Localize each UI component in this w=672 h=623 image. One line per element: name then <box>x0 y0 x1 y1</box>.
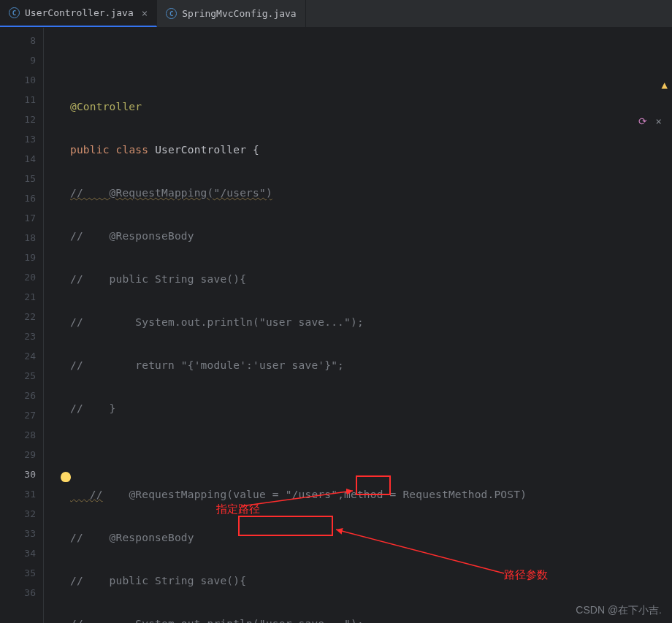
line-number[interactable]: 28 <box>0 425 36 445</box>
line-number[interactable]: 11 <box>0 90 36 110</box>
code-line: // System.out.println("user save..."); <box>70 313 672 332</box>
line-number[interactable]: 30 <box>0 465 36 484</box>
tab-label: UserController.java <box>25 7 134 18</box>
line-number[interactable]: 20 <box>0 267 36 287</box>
line-number[interactable]: 23 <box>0 326 36 346</box>
tab-label: SpringMvcConfig.java <box>182 8 297 19</box>
line-number[interactable]: 34 <box>0 543 36 563</box>
code-line: // public String save(){ <box>70 571 672 591</box>
reader-mode-icon[interactable]: ⟳ <box>638 115 647 127</box>
line-number[interactable]: 35 <box>0 563 36 583</box>
class-icon: C <box>166 8 177 19</box>
editor-actions: ⟳ × <box>638 115 662 127</box>
code-line: // } <box>70 399 672 418</box>
code-line: // @RequestMapping("/users") <box>70 183 672 203</box>
editor: 8910111213141516171819202122232425262728… <box>0 28 672 623</box>
line-number[interactable]: 14 <box>0 149 36 169</box>
line-number[interactable]: 19 <box>0 248 36 267</box>
code-line: @Controller <box>70 97 672 117</box>
line-number[interactable]: 10 <box>0 70 36 90</box>
close-icon[interactable]: × <box>142 7 148 19</box>
warning-icon[interactable]: ▲ <box>662 79 668 91</box>
code-line: // @ResponseBody <box>70 226 672 246</box>
close-icon[interactable]: × <box>656 115 662 127</box>
line-number[interactable]: 26 <box>0 386 36 405</box>
line-number[interactable]: 9 <box>0 50 36 70</box>
line-number[interactable]: 32 <box>0 504 36 524</box>
class-icon: C <box>9 7 20 18</box>
line-number[interactable]: 27 <box>0 405 36 425</box>
line-number[interactable]: 12 <box>0 110 36 129</box>
code-line: // return "{'module':'user save'}"; <box>70 356 672 375</box>
line-number[interactable]: 8 <box>0 31 36 50</box>
watermark: CSDN @在下小吉. <box>576 604 662 617</box>
line-number[interactable]: 13 <box>0 129 36 149</box>
code-line: // public String save(){ <box>70 270 672 289</box>
tab-usercontroller[interactable]: C UserController.java × <box>0 0 157 27</box>
line-number[interactable]: 25 <box>0 366 36 386</box>
code-line <box>70 54 672 74</box>
line-number[interactable]: 18 <box>0 228 36 248</box>
line-number[interactable]: 16 <box>0 188 36 208</box>
lightbulb-icon[interactable] <box>61 472 71 482</box>
tab-bar: C UserController.java × C SpringMvcConfi… <box>0 0 672 28</box>
code-line: // @RequestMapping(value = "/users",meth… <box>70 485 672 505</box>
code-line <box>70 442 672 462</box>
line-number[interactable]: 15 <box>0 169 36 188</box>
code-line: // @ResponseBody <box>70 528 672 548</box>
tab-springmvcconfig[interactable]: C SpringMvcConfig.java <box>157 0 306 27</box>
line-number[interactable]: 24 <box>0 346 36 366</box>
line-number[interactable]: 33 <box>0 524 36 543</box>
line-number[interactable]: 21 <box>0 287 36 307</box>
code-area[interactable]: @Controller public class UserController … <box>44 28 672 623</box>
line-number[interactable]: 31 <box>0 484 36 504</box>
line-number[interactable]: 36 <box>0 583 36 603</box>
line-gutter: 8910111213141516171819202122232425262728… <box>0 28 44 623</box>
code-line: public class UserController { <box>70 140 672 160</box>
line-number[interactable]: 17 <box>0 208 36 228</box>
line-number[interactable]: 29 <box>0 445 36 465</box>
line-number[interactable]: 22 <box>0 307 36 326</box>
